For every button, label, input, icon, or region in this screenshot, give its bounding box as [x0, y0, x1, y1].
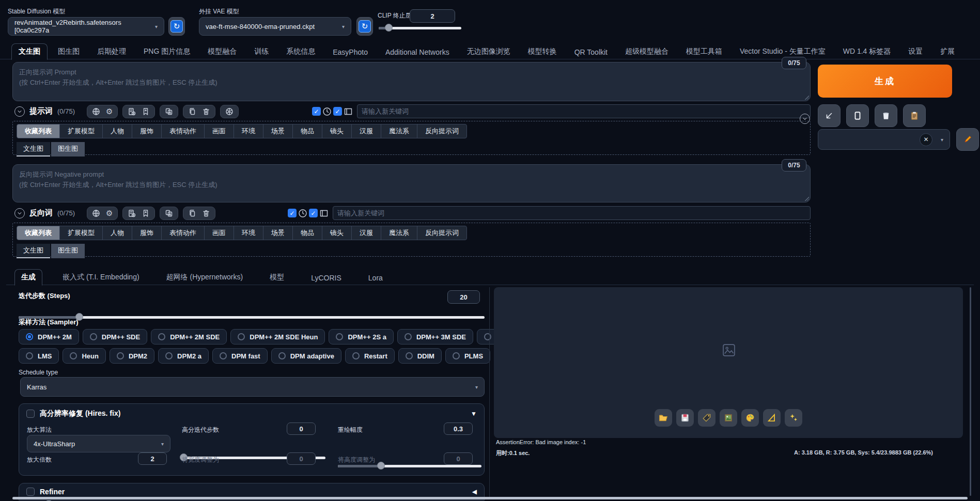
sampler-option[interactable]: PLMS — [445, 348, 490, 364]
category-tab[interactable]: 镜头 — [322, 226, 352, 240]
sampler-option[interactable]: Heun — [63, 348, 106, 364]
checkbox-checked[interactable]: ✓ — [333, 107, 342, 116]
note-clock-icon[interactable] — [128, 209, 136, 217]
edit-styles-button[interactable] — [956, 128, 979, 151]
split-box-icon[interactable] — [319, 209, 329, 218]
sampler-option[interactable]: DPM++ 2M — [19, 329, 79, 345]
steps-value[interactable]: 20 — [447, 290, 480, 304]
save-zip-button[interactable] — [698, 409, 715, 427]
send-image-button[interactable] — [720, 409, 737, 427]
sampler-option[interactable]: DPM adaptive — [271, 348, 341, 364]
sd-model-select[interactable]: revAnimated_v2Rebirth.safetensors [0ca0c… — [8, 17, 164, 36]
trash-icon[interactable] — [202, 209, 210, 217]
category-tab[interactable]: 反向提示词 — [417, 226, 466, 240]
category-tab[interactable]: 收藏列表 — [17, 124, 60, 138]
globe-icon[interactable] — [92, 209, 100, 217]
checkbox-checked[interactable]: ✓ — [288, 209, 297, 217]
category-tab[interactable]: 反向提示词 — [417, 124, 466, 138]
generation-tab[interactable]: 模型 — [263, 269, 291, 286]
gear-icon[interactable]: ⚙ — [106, 107, 113, 116]
styles-select[interactable]: ✕ ▾ — [818, 129, 950, 150]
hires-steps-value[interactable]: 0 — [287, 422, 316, 435]
trash-icon[interactable] — [202, 107, 210, 116]
network-icon[interactable] — [225, 107, 234, 116]
sampler-option[interactable]: DDIM — [398, 348, 442, 364]
main-tab[interactable]: 图生图 — [51, 43, 87, 60]
open-folder-button[interactable] — [655, 409, 672, 427]
note-clock-icon[interactable] — [128, 107, 136, 116]
translate-icon[interactable] — [165, 209, 173, 217]
sampler-option[interactable]: Restart — [345, 348, 395, 364]
subtab[interactable]: 图生图 — [51, 244, 85, 258]
category-tab[interactable]: 物品 — [293, 124, 322, 138]
checkbox-checked[interactable]: ✓ — [312, 107, 321, 116]
main-tab[interactable]: Additional Networks — [378, 44, 457, 60]
category-tab[interactable]: 扩展模型 — [60, 124, 103, 138]
clear-styles-icon[interactable]: ✕ — [920, 133, 932, 146]
category-tab[interactable]: 表情动作 — [162, 124, 205, 138]
sampler-option[interactable]: DPM2 a — [158, 348, 209, 364]
sampler-option[interactable]: DPM fast — [212, 348, 268, 364]
category-tab[interactable]: 服饰 — [132, 124, 162, 138]
category-tab[interactable]: 魔法系 — [381, 124, 417, 138]
category-tab[interactable]: 魔法系 — [381, 226, 417, 240]
hires-fix-checkbox[interactable] — [26, 410, 35, 418]
denoising-value[interactable]: 0.3 — [444, 422, 473, 435]
main-tab[interactable]: PNG 图片信息 — [136, 43, 197, 60]
category-tab[interactable]: 收藏列表 — [17, 226, 60, 240]
clock-icon[interactable] — [322, 107, 332, 116]
main-tab[interactable]: 扩展 — [933, 43, 962, 60]
generation-tab[interactable]: 生成 — [14, 269, 42, 286]
refresh-vae-button[interactable]: ↻ — [356, 17, 373, 36]
main-tab[interactable]: 训练 — [247, 43, 276, 60]
category-tab[interactable]: 汉服 — [352, 124, 381, 138]
category-tab[interactable]: 表情动作 — [162, 226, 205, 240]
collapse-triangle-icon[interactable]: ▼ — [471, 410, 477, 417]
collapse-triangle-icon[interactable]: ◀ — [472, 488, 477, 495]
keyword-input[interactable] — [357, 104, 811, 118]
sampler-option[interactable]: DPM++ SDE — [83, 329, 147, 345]
category-tab[interactable]: 服饰 — [132, 226, 162, 240]
generation-tab[interactable]: 超网络 (Hypernetworks) — [160, 269, 250, 286]
steps-slider[interactable] — [19, 313, 485, 321]
main-tab[interactable]: 设置 — [901, 43, 930, 60]
keyword-input[interactable] — [333, 206, 811, 220]
negative-prompt-textarea[interactable] — [12, 164, 811, 202]
main-tab[interactable]: 模型工具箱 — [679, 43, 729, 60]
subtab[interactable]: 文生图 — [17, 244, 50, 258]
generation-tab[interactable]: LyCORIS — [304, 270, 348, 286]
category-tab[interactable]: 人物 — [103, 226, 132, 240]
collapse-chevron-icon[interactable] — [14, 106, 25, 117]
subtab[interactable]: 图生图 — [51, 142, 85, 156]
category-tab[interactable]: 画面 — [205, 226, 234, 240]
category-tab[interactable]: 人物 — [103, 124, 132, 138]
arrow-southwest-button[interactable] — [818, 104, 841, 127]
vertical-scrollbar[interactable] — [970, 287, 971, 496]
refiner-checkbox[interactable] — [26, 488, 35, 496]
save-button[interactable] — [676, 409, 694, 427]
category-tab[interactable]: 场景 — [263, 124, 293, 138]
main-tab[interactable]: 无边图像浏览 — [460, 43, 518, 60]
gear-icon[interactable]: ⚙ — [106, 209, 113, 217]
sampler-option[interactable]: DPM++ 3M SDE — [397, 329, 473, 345]
main-tab[interactable]: 文生图 — [11, 43, 48, 60]
checkbox-checked[interactable]: ✓ — [309, 209, 318, 217]
upscaler-select[interactable]: 4x-UltraSharp ▾ — [27, 435, 170, 452]
category-tab[interactable]: 物品 — [293, 226, 322, 240]
clipboard-button[interactable] — [903, 104, 926, 127]
copy-icon[interactable] — [188, 107, 196, 116]
palette-button[interactable] — [741, 409, 759, 427]
sampler-option[interactable]: DPM2 — [110, 348, 154, 364]
sampler-option[interactable]: LMS — [19, 348, 59, 364]
prompt-textarea[interactable] — [12, 62, 811, 101]
generation-tab[interactable]: 嵌入式 (T.I. Embedding) — [56, 269, 146, 286]
sampler-option[interactable]: DPM++ 2M SDE Heun — [230, 329, 325, 345]
sampler-option[interactable]: DPM++ 2M SDE — [151, 329, 227, 345]
globe-icon[interactable] — [92, 107, 100, 116]
trash-button[interactable] — [875, 104, 897, 127]
upscale-by-value[interactable]: 2 — [138, 452, 167, 465]
sparkles-button[interactable] — [785, 409, 802, 427]
copy-icon[interactable] — [188, 209, 196, 217]
schedule-type-select[interactable]: Karras ▾ — [20, 377, 485, 397]
main-tab[interactable]: 超级模型融合 — [618, 43, 676, 60]
